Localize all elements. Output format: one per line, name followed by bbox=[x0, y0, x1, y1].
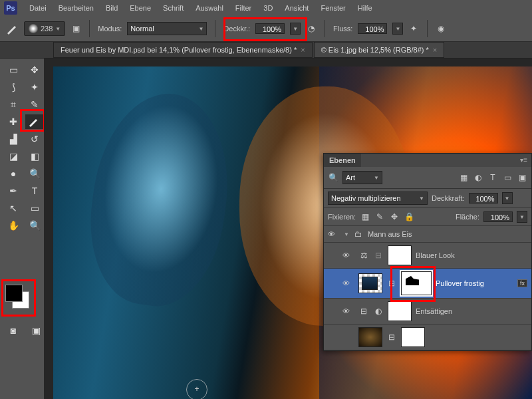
mask-thumbnail[interactable] bbox=[388, 301, 412, 321]
airbrush-icon[interactable]: ✦ bbox=[408, 23, 419, 34]
layer-opacity-input[interactable]: 100% bbox=[469, 193, 498, 203]
visibility-icon[interactable]: 👁 bbox=[342, 251, 354, 259]
path-tool-icon[interactable]: ↖ bbox=[4, 201, 23, 215]
visibility-icon[interactable]: 👁 bbox=[328, 230, 340, 238]
shape-tool-icon[interactable]: ▭ bbox=[25, 201, 44, 215]
layers-list: 👁 ▼ 🗀 Mann aus Eis 👁 ⚖ ⊟ Blauer Look 👁 ⊟… bbox=[324, 226, 531, 350]
layer-row-selected[interactable]: 👁 ⊟ Pullover frostig fx bbox=[324, 269, 531, 299]
app-logo: Ps bbox=[4, 1, 17, 15]
dodge-tool-icon[interactable]: 🔍 bbox=[25, 166, 44, 181]
layers-panel-tab[interactable]: Ebenen bbox=[324, 154, 361, 167]
menu-datei[interactable]: Datei bbox=[24, 1, 52, 15]
expand-icon[interactable]: ▼ bbox=[344, 231, 349, 237]
brush-size-value: 238 bbox=[41, 25, 53, 33]
document-tab-1[interactable]: Feuer und Eis by MDI.psd bei 14,1% (Pull… bbox=[53, 42, 313, 58]
layer-group[interactable]: 👁 ▼ 🗀 Mann aus Eis bbox=[324, 226, 531, 243]
menu-schrift[interactable]: Schrift bbox=[158, 1, 189, 15]
blend-mode-dropdown[interactable]: Normal▼ bbox=[127, 22, 207, 35]
fill-dd[interactable]: ▼ bbox=[517, 211, 527, 223]
eraser-tool-icon[interactable]: ◪ bbox=[4, 149, 23, 164]
document-tab-2[interactable]: © Eis 1.jpg bei 12,5% (RGB/8#) *× bbox=[314, 42, 445, 58]
lasso-tool-icon[interactable]: ⟆ bbox=[4, 80, 23, 94]
visibility-icon[interactable]: 👁 bbox=[342, 279, 354, 287]
move-tool-icon[interactable]: ✥ bbox=[25, 63, 44, 77]
pressure-opacity-icon[interactable]: ◔ bbox=[306, 23, 317, 34]
filter-type-dropdown[interactable]: Art▼ bbox=[342, 171, 382, 184]
pen-tool-icon[interactable]: ✒ bbox=[4, 184, 23, 198]
menu-hilfe[interactable]: Hilfe bbox=[352, 1, 378, 15]
pressure-size-icon[interactable]: ◉ bbox=[436, 23, 446, 34]
layer-thumbnail[interactable] bbox=[358, 273, 382, 293]
flow-dropdown[interactable]: ▼ bbox=[392, 23, 403, 35]
highlight-brush-tool bbox=[20, 109, 45, 132]
history-brush-tool-icon[interactable]: ↺ bbox=[25, 132, 44, 146]
tools-palette: ▭ ✥ ⟆ ✦ ⌗ ✎ ✚ ▟ ↺ ◪ ◧ ● 🔍 ✒ T ↖ ▭ ✋ 🔍 ◙ bbox=[0, 59, 45, 399]
brush-preset-picker[interactable]: 238 ▼ bbox=[24, 21, 65, 36]
balance-icon: ⚖ bbox=[358, 250, 369, 261]
menu-bild[interactable]: Bild bbox=[100, 1, 123, 15]
wand-tool-icon[interactable]: ✦ bbox=[25, 80, 44, 94]
brush-panel-toggle-icon[interactable]: ▣ bbox=[70, 23, 81, 34]
layer-blend-dropdown[interactable]: Negativ multiplizieren▼ bbox=[328, 192, 428, 205]
hand-tool-icon[interactable]: ✋ bbox=[4, 218, 23, 233]
menu-fenster[interactable]: Fenster bbox=[315, 1, 350, 15]
close-icon[interactable]: × bbox=[433, 46, 437, 54]
menu-bearbeiten[interactable]: Bearbeiten bbox=[53, 1, 99, 15]
filter-adjust-icon[interactable]: ◐ bbox=[473, 172, 483, 183]
filter-smart-icon[interactable]: ▣ bbox=[517, 172, 527, 183]
stamp-tool-icon[interactable]: ▟ bbox=[4, 132, 23, 146]
brush-tool-icon bbox=[5, 22, 19, 35]
marquee-tool-icon[interactable]: ▭ bbox=[4, 63, 23, 77]
blur-tool-icon[interactable]: ● bbox=[4, 166, 23, 181]
menu-auswahl[interactable]: Auswahl bbox=[190, 1, 229, 15]
mode-label: Modus: bbox=[98, 25, 122, 33]
layer-opacity-dd[interactable]: ▼ bbox=[502, 192, 513, 204]
layer-row[interactable]: 👁 ⊟ ◐ Entsättigen bbox=[324, 299, 531, 325]
menu-ebene[interactable]: Ebene bbox=[124, 1, 156, 15]
flow-input[interactable]: 100% bbox=[358, 23, 387, 34]
close-icon[interactable]: × bbox=[301, 46, 305, 54]
menu-3d[interactable]: 3D bbox=[258, 1, 278, 15]
type-tool-icon[interactable]: T bbox=[25, 184, 44, 198]
highlight-opacity bbox=[223, 17, 307, 41]
layer-thumbnail[interactable] bbox=[358, 327, 382, 347]
menu-filter[interactable]: Filter bbox=[230, 1, 257, 15]
screenmode-icon[interactable]: ▣ bbox=[27, 323, 45, 338]
workspace: ▭ ✥ ⟆ ✦ ⌗ ✎ ✚ ▟ ↺ ◪ ◧ ● 🔍 ✒ T ↖ ▭ ✋ 🔍 ◙ bbox=[0, 59, 532, 399]
fx-badge[interactable]: fx bbox=[517, 279, 527, 287]
link-icon: ⊟ bbox=[358, 306, 369, 317]
fill-label: Fläche: bbox=[456, 213, 479, 221]
lock-transparent-icon[interactable]: ▦ bbox=[360, 211, 370, 222]
visibility-icon[interactable]: 👁 bbox=[342, 307, 354, 315]
mask-thumbnail[interactable] bbox=[388, 245, 412, 265]
layer-row[interactable]: 👁 ⚖ ⊟ Blauer Look bbox=[324, 243, 531, 269]
highlight-layer-mask bbox=[390, 266, 436, 302]
layers-panel: Ebenen ▾≡ 🔍 Art▼ ▦ ◐ T ▭ ▣ Negativ multi… bbox=[323, 153, 532, 351]
zoom-tool-icon[interactable]: 🔍 bbox=[25, 218, 44, 233]
chevron-down-icon: ▼ bbox=[55, 26, 61, 32]
highlight-color-swatch bbox=[1, 279, 36, 317]
mask-thumbnail[interactable] bbox=[401, 327, 425, 347]
filter-pixel-icon[interactable]: ▦ bbox=[458, 172, 469, 183]
adjustment-icon: ◐ bbox=[373, 306, 384, 317]
options-bar: 238 ▼ ▣ Modus: Normal▼ Deckkr.: 100% ▼ ◔… bbox=[0, 16, 532, 42]
filter-shape-icon[interactable]: ▭ bbox=[502, 172, 513, 183]
fill-input[interactable]: 100% bbox=[483, 211, 513, 222]
lock-label: Fixieren: bbox=[328, 213, 356, 221]
panel-menu-icon[interactable]: ▾≡ bbox=[520, 156, 527, 164]
menu-bar: Ps Datei Bearbeiten Bild Ebene Schrift A… bbox=[0, 0, 532, 16]
filter-type-icon[interactable]: T bbox=[487, 172, 498, 183]
gradient-tool-icon[interactable]: ◧ bbox=[25, 149, 44, 164]
quickmask-icon[interactable]: ◙ bbox=[4, 323, 23, 338]
link-icon: ⊟ bbox=[386, 332, 397, 342]
flow-label: Fluss: bbox=[333, 25, 352, 33]
lock-paint-icon[interactable]: ✎ bbox=[374, 211, 385, 222]
link-icon: ⊟ bbox=[373, 250, 384, 261]
lock-all-icon[interactable]: 🔒 bbox=[404, 211, 414, 222]
search-icon[interactable]: 🔍 bbox=[328, 172, 338, 183]
folder-icon: 🗀 bbox=[353, 229, 364, 239]
menu-ansicht[interactable]: Ansicht bbox=[279, 1, 314, 15]
layer-opacity-label: Deckkraft: bbox=[432, 194, 465, 202]
layer-row[interactable]: ⊟ bbox=[324, 325, 531, 350]
lock-move-icon[interactable]: ✥ bbox=[389, 211, 400, 222]
